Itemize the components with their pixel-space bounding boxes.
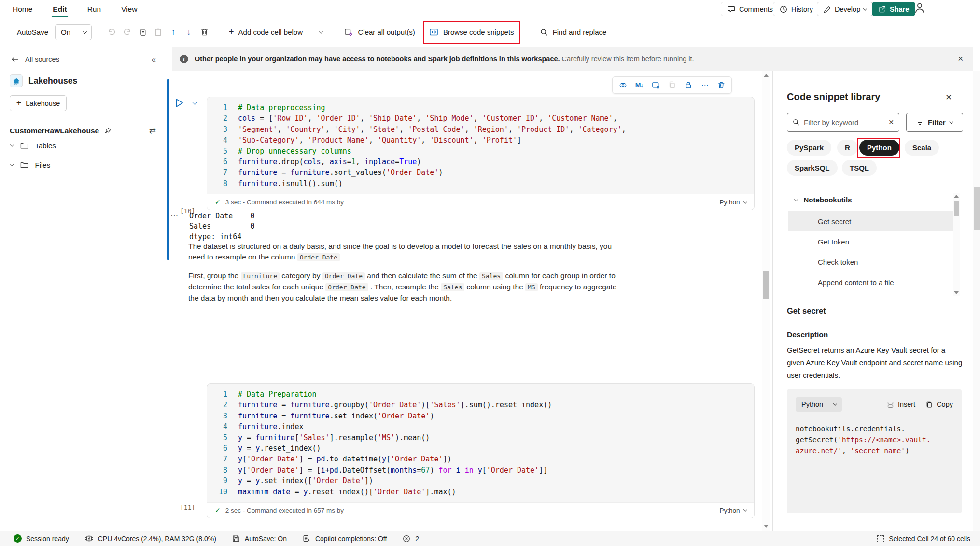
paste-button[interactable]: [150, 25, 166, 40]
code-editor[interactable]: 1# Data Preparation2furniture = furnitur…: [207, 384, 754, 502]
snippet-language-dropdown[interactable]: Python: [796, 397, 842, 412]
move-cell-up-button[interactable]: ↑: [166, 25, 181, 40]
filter-button[interactable]: Filter: [906, 113, 963, 132]
insert-snippet-button[interactable]: Insert: [886, 401, 915, 409]
selected-cell-indicator: [167, 79, 169, 260]
output-line: Order Date 0: [189, 211, 254, 221]
browse-code-snippets-button[interactable]: Browse code snippets: [423, 21, 520, 44]
move-cell-down-button[interactable]: ↓: [181, 25, 196, 40]
lakehouse-name[interactable]: CustomerRawLakehouse: [10, 127, 99, 135]
cell-language-selector[interactable]: Python: [719, 199, 746, 206]
share-button[interactable]: Share: [872, 2, 915, 16]
output-options-icon[interactable]: ⋯: [170, 210, 179, 219]
language-pill-tsql[interactable]: TSQL: [842, 160, 877, 176]
language-pill-python[interactable]: Python: [859, 140, 899, 156]
scrollbar-thumb[interactable]: [763, 271, 769, 299]
copy-icon: [925, 401, 933, 409]
copy-button[interactable]: [135, 25, 150, 40]
language-pill-sparksql[interactable]: SparkSQL: [787, 160, 838, 176]
language-pill-r[interactable]: R: [837, 140, 858, 156]
close-panel-icon[interactable]: ✕: [945, 92, 952, 102]
code-cell[interactable]: 1# Data preprocessing2cols = ['Row ID', …: [207, 97, 755, 210]
panel-scrollbar[interactable]: [973, 71, 980, 531]
markdown-cell[interactable]: The dataset is structured on a daily bas…: [188, 241, 627, 303]
snippet-search-input[interactable]: [804, 118, 876, 127]
run-options-chevron-icon[interactable]: [193, 100, 197, 105]
cell-language-selector[interactable]: Python: [719, 507, 746, 514]
add-lakehouse-button[interactable]: + Lakehouse: [10, 95, 67, 111]
run-cell-button[interactable]: [173, 97, 185, 109]
comments-button[interactable]: Comments: [721, 2, 779, 16]
snippet-search-box[interactable]: ✕: [787, 113, 899, 132]
scrollbar-thumb[interactable]: [974, 187, 980, 230]
autosave-status[interactable]: AutoSave: On: [232, 534, 287, 543]
code-line: 4furniture.index: [214, 421, 747, 432]
tab-edit[interactable]: Edit: [52, 2, 68, 16]
snippet-code: notebookutils.credentials.getSecret('htt…: [787, 412, 962, 457]
convert-to-markdown-icon[interactable]: M↓: [632, 78, 646, 92]
cpu-icon: [84, 534, 94, 543]
line-number: 8: [214, 465, 227, 475]
develop-button[interactable]: Develop: [817, 2, 873, 16]
delete-cell-icon[interactable]: [714, 78, 728, 92]
snippet-list-scrollbar[interactable]: [953, 193, 960, 296]
history-button[interactable]: History: [773, 2, 819, 16]
scroll-up-icon[interactable]: [954, 195, 959, 198]
delete-cell-button[interactable]: [196, 25, 212, 40]
language-pill-scala[interactable]: Scala: [905, 140, 939, 156]
clear-all-outputs-button[interactable]: Clear all output(s): [339, 23, 420, 42]
line-number: 8: [214, 178, 227, 189]
scrollbar-thumb[interactable]: [954, 201, 959, 216]
line-number: 7: [214, 167, 227, 178]
undo-button[interactable]: [104, 25, 119, 40]
more-options-icon[interactable]: ⋯: [698, 78, 712, 92]
clear-search-icon[interactable]: ✕: [888, 118, 894, 126]
copilot-icon[interactable]: [616, 78, 630, 92]
snippet-item-get-token[interactable]: Get token: [788, 231, 953, 252]
sidebar-item-tables[interactable]: Tables: [0, 136, 166, 155]
code-cell[interactable]: 1# Data Preparation2furniture = furnitur…: [207, 383, 755, 518]
line-number: 4: [214, 421, 227, 432]
snippet-detail-title: Get secret: [787, 306, 826, 316]
code-line: First, group the Furniture category by O…: [188, 271, 627, 303]
code-line: azure.net/', 'secret name'): [796, 445, 962, 457]
copilot-status[interactable]: Copilot completions: Off: [302, 534, 387, 543]
session-status[interactable]: ✓ Session ready: [14, 534, 69, 543]
redo-button[interactable]: [119, 25, 135, 40]
find-and-replace-button[interactable]: Find and replace: [535, 23, 612, 42]
code-editor[interactable]: 1# Data preprocessing2cols = ['Row ID', …: [207, 97, 754, 194]
collapse-sidebar-icon[interactable]: «: [152, 56, 156, 64]
pin-icon[interactable]: [104, 127, 112, 135]
scroll-up-icon[interactable]: [764, 74, 769, 77]
divider: [333, 25, 333, 40]
scroll-down-icon[interactable]: [764, 525, 769, 528]
duplicate-cell-icon[interactable]: [665, 78, 679, 92]
snippet-item-check-token[interactable]: Check token: [788, 252, 953, 272]
clear-cell-output-icon[interactable]: [648, 78, 663, 92]
error-count[interactable]: 2: [402, 534, 419, 543]
snippet-group-notebookutils[interactable]: Notebookutils: [795, 196, 852, 204]
snippet-item-append-content-to-a-file[interactable]: Append content to a file: [788, 272, 953, 292]
all-sources-link[interactable]: All sources: [25, 56, 59, 63]
close-banner-icon[interactable]: ✕: [955, 53, 966, 65]
language-pill-pyspark[interactable]: PySpark: [787, 140, 831, 156]
comment-icon: [727, 5, 736, 14]
copy-snippet-button[interactable]: Copy: [925, 401, 953, 409]
tab-view[interactable]: View: [120, 2, 138, 16]
lock-cell-icon[interactable]: [681, 78, 696, 92]
snippet-item-get-secret[interactable]: Get secret: [788, 211, 953, 231]
cell-status-bar: ✓ 3 sec - Command executed in 644 ms by …: [207, 194, 754, 210]
output-line: Sales 0: [189, 221, 254, 231]
add-code-cell-button[interactable]: + Add code cell below: [224, 23, 327, 42]
notebook-scrollbar[interactable]: [762, 71, 770, 531]
chevron-down-icon: [949, 120, 953, 124]
scroll-down-icon[interactable]: [954, 291, 959, 294]
line-number: 3: [214, 411, 227, 421]
sidebar-item-files[interactable]: Files: [0, 155, 166, 174]
account-icon[interactable]: [913, 1, 926, 14]
tab-home[interactable]: Home: [12, 2, 33, 16]
back-arrow-icon[interactable]: [11, 55, 19, 64]
tab-run[interactable]: Run: [86, 2, 102, 16]
autosave-dropdown[interactable]: On: [55, 24, 92, 40]
swap-source-icon[interactable]: ⇄: [149, 126, 156, 136]
